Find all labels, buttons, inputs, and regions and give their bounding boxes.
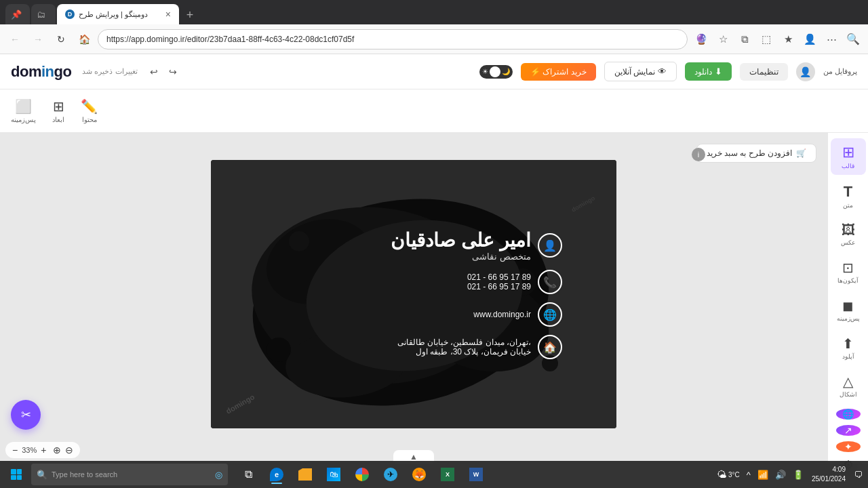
text-icon: T (844, 183, 852, 201)
refresh-btn[interactable]: ↻ (52, 30, 71, 49)
cart-icon: 🛒 (796, 148, 806, 158)
settings-label: تنظیمات (749, 67, 778, 77)
forward-btn[interactable]: → (28, 30, 47, 49)
sidebar-item-upload[interactable]: ⬆ آپلود (831, 330, 866, 365)
card-content: 👤 امیر علی صادقیان متخصص نقاشی 📞 021 - 6… (211, 160, 616, 428)
fav-bar[interactable]: ★ (778, 30, 797, 49)
taskbar-file-explorer[interactable] (292, 464, 319, 485)
favorites-star[interactable]: ☆ (713, 30, 732, 49)
background-sidebar-label: پس‌زمینه (837, 315, 860, 322)
pinned-tab-2[interactable]: 🗂 (31, 4, 56, 24)
card-phone-row: 📞 021 - 66 95 17 89 021 - 66 95 17 89 (211, 270, 562, 294)
sidebar-item-text[interactable]: T متن (831, 178, 866, 214)
sidebar-purple-btn[interactable]: 🌐 (836, 409, 861, 420)
text-label: متن (843, 202, 853, 209)
sun-icon: ☀ (482, 68, 488, 75)
buy-btn[interactable]: خرید اشتراک ⚡ (521, 63, 596, 81)
home-btn[interactable]: 🏠 (75, 30, 94, 49)
taskbar-store[interactable]: 🛍 (320, 464, 347, 485)
download-btn[interactable]: ⬇ دانلود (685, 62, 732, 81)
card-name: امیر علی صادقیان (391, 229, 531, 251)
clock-time: 4:09 (833, 465, 846, 474)
sidebar-item-shapes[interactable]: △ اشکال (831, 368, 866, 403)
add-to-cart-btn[interactable]: 🛒 افزودن طرح به سبد خرید (696, 144, 816, 163)
bing-icon[interactable]: 🔮 (692, 30, 711, 49)
card-phone-icon: 📞 (538, 270, 562, 294)
address-input[interactable] (98, 29, 688, 49)
canvas-area: 🛒 افزودن طرح به سبد خرید i (0, 133, 827, 464)
address-bar-row: ← → ↻ 🏠 🔮 ☆ ⧉ ⬚ ★ 👤 ⋯ 🔍 (0, 24, 868, 54)
volume-tray[interactable]: 🔊 (772, 464, 789, 485)
shapes-label: اشکال (840, 391, 857, 398)
business-card: domingo domingo 👤 امیر علی صادقیان متخصص… (211, 160, 616, 428)
shapes-icon: △ (843, 373, 853, 390)
card-address2: خیابان فریمان، پلاک 30، طبقه اول (397, 347, 531, 357)
background-label: پس‌زمینه (11, 116, 36, 123)
show-hidden-tray[interactable]: ^ (744, 464, 753, 485)
network-tray[interactable]: 📶 (755, 464, 771, 485)
background-icon: ⬜ (15, 98, 32, 115)
content-icon: ✏️ (81, 98, 98, 115)
clock-date: 25/01/2024 (812, 474, 846, 484)
tab-close-btn[interactable]: × (165, 9, 171, 20)
taskbar-telegram[interactable]: ✈ (377, 464, 404, 485)
taskbar-edge[interactable]: e (263, 464, 290, 485)
dark-mode-toggle[interactable]: ☀ 🌙 (479, 65, 513, 79)
tray-clock[interactable]: 4:09 25/01/2024 (808, 465, 850, 484)
redo-btn[interactable]: ↪ (165, 64, 181, 80)
collections[interactable]: ⬚ (757, 30, 776, 49)
taskbar: 🔍 Type here to search ◎ ⧉ e 🛍 ✈ 🦊 X W (0, 461, 868, 488)
dimensions-label: ابعاد (52, 116, 64, 123)
fab-edit-btn[interactable]: ✂ (11, 400, 41, 430)
zoom-out-btn[interactable]: − (12, 445, 18, 455)
moon-icon: 🌙 (502, 68, 510, 75)
dimensions-icon: ⊞ (53, 98, 64, 115)
sidebar-orange-btn[interactable]: ✦ (836, 441, 861, 452)
back-btn[interactable]: ← (5, 30, 24, 49)
toolbar-dimensions[interactable]: ⊞ ابعاد (52, 98, 64, 123)
tab-label: دومینگو | ویرایش طرح (79, 10, 148, 19)
sidebar-item-photo[interactable]: 🖼 عکس (831, 217, 866, 251)
weather-tray[interactable]: 🌤 3°C (714, 464, 743, 485)
photo-label: عکس (841, 239, 855, 246)
taskbar-firefox[interactable]: 🦊 (406, 464, 433, 485)
notification-btn[interactable]: 🗨 (851, 464, 865, 485)
taskbar-excel[interactable]: X (434, 464, 461, 485)
active-tab[interactable]: D دومینگو | ویرایش طرح × (57, 4, 179, 24)
card-name-row: 👤 امیر علی صادقیان متخصص نقاشی (211, 229, 562, 262)
zoom-in-btn[interactable]: + (41, 445, 46, 455)
new-tab-btn[interactable]: + (180, 5, 199, 24)
app-header: domingo تغییرات ذخیره شد ↩ ↪ ☀ 🌙 خرید اش… (0, 54, 868, 89)
upload-label: آپلود (842, 353, 854, 360)
more-btn[interactable]: ⋯ (822, 30, 841, 49)
sidebar-item-template[interactable]: ⊞ قالب (831, 138, 866, 175)
start-btn[interactable] (3, 464, 30, 485)
right-sidebar: ⊞ قالب T متن 🖼 عکس ⊡ آیکون‌ها ◼ پس‌زمینه… (827, 133, 868, 464)
search-icon[interactable]: 🔍 (844, 30, 863, 49)
taskbar-task-view[interactable]: ⧉ (235, 464, 262, 485)
photo-icon: 🖼 (842, 222, 855, 238)
toolbar-content[interactable]: ✏️ محتوا (81, 98, 98, 123)
sidebar-item-background[interactable]: ◼ پس‌زمینه (831, 292, 866, 327)
toolbar-background[interactable]: ⬜ پس‌زمینه (11, 98, 36, 123)
user-avatar[interactable]: 👤 (796, 62, 815, 81)
split-view[interactable]: ⧉ (735, 30, 754, 49)
card-person-icon: 👤 (538, 233, 562, 258)
preview-btn[interactable]: 👁 نمایش آنلاین (604, 62, 677, 81)
card-job-title: متخصص نقاشی (391, 251, 531, 262)
pinned-tab-1[interactable]: 📌 (5, 4, 30, 24)
battery-tray[interactable]: 🔋 (790, 464, 806, 485)
profile-icon[interactable]: 👤 (800, 30, 819, 49)
sidebar-translate-btn[interactable]: ↗ (836, 425, 861, 436)
sidebar-item-icons[interactable]: ⊡ آیکون‌ها (831, 254, 866, 289)
taskbar-word[interactable]: W (462, 464, 490, 485)
taskbar-chrome[interactable] (349, 464, 376, 485)
taskbar-search-placeholder: Type here to search (52, 470, 117, 479)
temperature-display: 3°C (728, 471, 740, 479)
info-circle[interactable]: i (692, 148, 705, 161)
settings-btn[interactable]: تنظیمات (740, 63, 788, 81)
taskbar-search[interactable]: 🔍 Type here to search ◎ (31, 464, 228, 485)
background-sidebar-icon: ◼ (842, 298, 854, 314)
taskbar-tray: 🌤 3°C ^ 📶 🔊 🔋 4:09 25/01/2024 🗨 (714, 464, 865, 485)
undo-btn[interactable]: ↩ (146, 64, 162, 80)
